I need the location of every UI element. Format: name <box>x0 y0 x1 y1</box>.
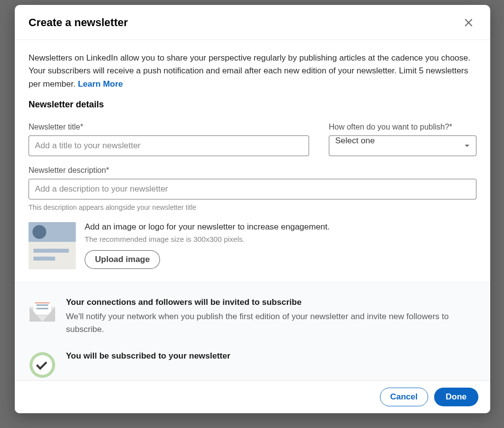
close-button[interactable] <box>461 15 476 31</box>
frequency-field-group: How often do you want to publish?* Selec… <box>329 123 476 156</box>
description-help-text: This description appears alongside your … <box>29 203 476 211</box>
frequency-select[interactable]: Select one <box>329 135 476 156</box>
info-invite-text: We'll notify your network when you publi… <box>66 310 476 336</box>
info-section: Your connections and followers will be i… <box>15 282 490 380</box>
modal-footer: Cancel Done <box>15 380 490 413</box>
upload-title: Add an image or logo for your newsletter… <box>85 222 476 232</box>
info-invite-item: Your connections and followers will be i… <box>29 297 476 336</box>
info-subscribe-item: You will be subscribed to your newslette… <box>29 351 476 379</box>
close-icon <box>463 17 474 28</box>
info-subscribe-title: You will be subscribed to your newslette… <box>66 351 476 361</box>
info-invite-title: Your connections and followers will be i… <box>66 297 476 307</box>
upload-copy: Add an image or logo for your newsletter… <box>85 222 476 269</box>
intro-text: Newsletters on LinkedIn allow you to sha… <box>29 52 476 91</box>
learn-more-link[interactable]: Learn More <box>78 79 123 89</box>
title-frequency-row: Newsletter title* How often do you want … <box>15 117 490 156</box>
title-label: Newsletter title* <box>29 123 309 132</box>
upload-image-section: Add an image or logo for your newsletter… <box>15 211 490 282</box>
create-newsletter-modal: Create a newsletter Newsletters on Linke… <box>15 5 490 413</box>
frequency-label: How often do you want to publish?* <box>329 123 476 132</box>
newsletter-details-heading: Newsletter details <box>29 99 476 110</box>
upload-image-button[interactable]: Upload image <box>85 250 160 269</box>
modal-body: Newsletters on LinkedIn allow you to sha… <box>15 40 490 380</box>
modal-header: Create a newsletter <box>15 5 490 40</box>
newsletter-title-input[interactable] <box>29 135 309 156</box>
title-field-group: Newsletter title* <box>29 123 309 156</box>
done-button[interactable]: Done <box>434 388 479 406</box>
description-label: Newsletter description* <box>29 166 476 175</box>
description-field-group: Newsletter description* This description… <box>15 156 490 211</box>
modal-title: Create a newsletter <box>29 16 128 29</box>
cancel-button[interactable]: Cancel <box>380 388 428 406</box>
intro-section: Newsletters on LinkedIn allow you to sha… <box>15 40 490 117</box>
newsletter-description-input[interactable] <box>29 179 476 199</box>
image-placeholder-icon <box>29 222 76 269</box>
upload-subtext: The recommended image size is 300x300 pi… <box>85 235 476 243</box>
check-circle-icon <box>29 351 56 379</box>
envelope-icon <box>29 297 56 325</box>
